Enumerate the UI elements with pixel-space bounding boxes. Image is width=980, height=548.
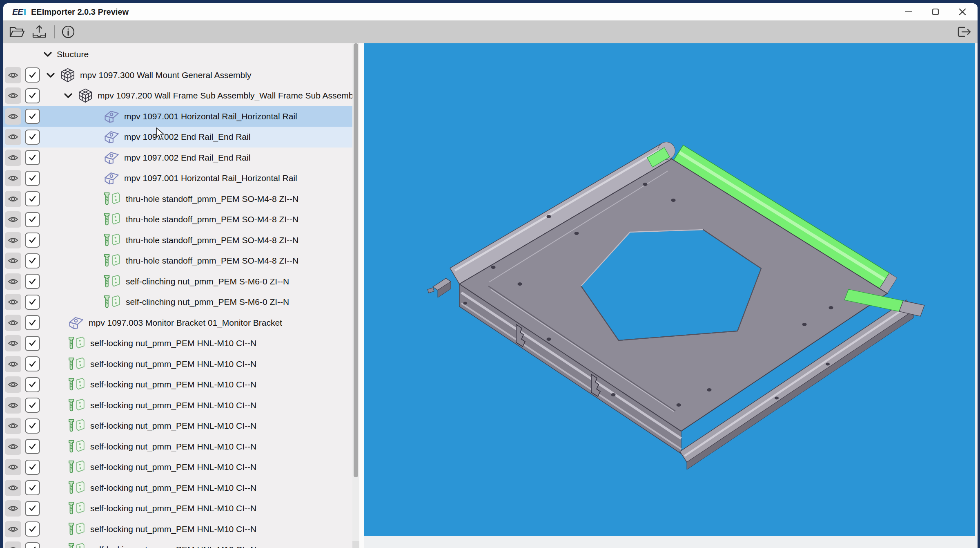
open-folder-button[interactable] — [9, 24, 25, 40]
tree-row[interactable]: mpv 1097.003 Monitor Bracket 01_Monitor … — [3, 313, 353, 333]
include-checkbox[interactable] — [25, 501, 40, 516]
visibility-eye-button[interactable] — [5, 253, 21, 269]
include-checkbox[interactable] — [25, 356, 40, 371]
tree-row[interactable]: self-clinching nut_pmm_PEM S-M6-0 ZI--N — [3, 292, 353, 313]
visibility-eye-button[interactable] — [5, 459, 21, 475]
minimize-button[interactable] — [895, 3, 922, 20]
tree-item-label[interactable]: self-locking nut_pmm_PEM HNL-M10 CI--N — [90, 442, 256, 452]
tree-item-label[interactable]: mpv 1097.001 Horizontal Rail_Horizontal … — [124, 173, 297, 183]
tree-item-label[interactable]: Stucture — [57, 49, 89, 59]
visibility-eye-button[interactable] — [5, 376, 21, 393]
tree-item-label[interactable]: mpv 1097.003 Monitor Bracket 01_Monitor … — [89, 318, 282, 328]
tree-row[interactable]: mpv 1097.002 End Rail_End Rail — [3, 148, 353, 168]
tree-row[interactable]: self-locking nut_pmm_PEM HNL-M10 CI--N — [3, 416, 353, 436]
tree-row[interactable]: self-locking nut_pmm_PEM HNL-M10 CI--N — [3, 395, 353, 416]
tree-row[interactable]: thru-hole standoff_pmm_PEM SO-M4-8 ZI--N — [3, 230, 353, 251]
visibility-eye-button[interactable] — [5, 108, 21, 125]
include-checkbox[interactable] — [25, 418, 40, 434]
tree-row[interactable]: self-locking nut_pmm_PEM HNL-M10 CI--N — [3, 498, 353, 519]
tree-item-label[interactable]: thru-hole standoff_pmm_PEM SO-M4-8 ZI--N — [126, 215, 298, 224]
tree-row[interactable]: mpv 1097.001 Horizontal Rail_Horizontal … — [3, 106, 353, 127]
tree-scrollbar-thumb[interactable] — [354, 43, 358, 477]
include-checkbox[interactable] — [25, 377, 40, 392]
tree-row[interactable]: self-locking nut_pmm_PEM HNL-M10 CI--N — [3, 519, 353, 540]
include-checkbox[interactable] — [25, 171, 40, 186]
visibility-eye-button[interactable] — [5, 335, 21, 351]
tree-item-label[interactable]: thru-hole standoff_pmm_PEM SO-M4-8 ZI--N — [126, 194, 298, 204]
tree-row[interactable]: self-locking nut_pmm_PEM HNL-M10 CI--N — [3, 478, 353, 499]
tree-item-label[interactable]: self-locking nut_pmm_PEM HNL-M10 CI--N — [90, 400, 256, 410]
visibility-eye-button[interactable] — [5, 480, 21, 496]
exit-button[interactable] — [955, 24, 972, 41]
include-checkbox[interactable] — [25, 212, 40, 227]
visibility-eye-button[interactable] — [5, 315, 21, 331]
tree-row[interactable]: self-locking nut_pmm_PEM HNL-M10 CI--N — [3, 457, 353, 478]
include-checkbox[interactable] — [25, 253, 40, 268]
expand-chevron[interactable] — [63, 92, 73, 100]
visibility-eye-button[interactable] — [5, 294, 21, 310]
visibility-eye-button[interactable] — [5, 438, 21, 455]
tree-row[interactable]: self-locking nut_pmm_PEM HNL-M10 CI--N — [3, 436, 353, 457]
tree-item-label[interactable]: self-locking nut_pmm_PEM HNL-M10 CI--N — [90, 421, 256, 431]
tree-row[interactable]: self-locking nut_pmm_PEM HNL-M10 CI--N — [3, 354, 353, 375]
include-checkbox[interactable] — [25, 130, 40, 145]
maximize-button[interactable] — [922, 3, 949, 20]
tree-item-label[interactable]: mpv 1097.002 End Rail_End Rail — [124, 132, 250, 142]
tree-row[interactable]: self-locking nut_pmm_PEM HNL-M10 CI--N — [3, 374, 353, 395]
tree-item-label[interactable]: thru-hole standoff_pmm_PEM SO-M4-8 ZI--N — [126, 235, 298, 245]
tree-item-label[interactable]: self-clinching nut_pmm_PEM S-M6-0 ZI--N — [126, 277, 289, 286]
export-model-button[interactable] — [31, 24, 47, 40]
include-checkbox[interactable] — [25, 88, 40, 103]
visibility-eye-button[interactable] — [5, 273, 21, 290]
tree-row[interactable]: mpv 1097.200 Wall Frame Sub Assembly_Wal… — [3, 85, 353, 106]
include-checkbox[interactable] — [25, 439, 40, 454]
tree-row[interactable]: self-locking nut_pmm_PEM HNL-M10 CI--N — [3, 539, 353, 548]
visibility-eye-button[interactable] — [5, 541, 21, 548]
tree-item-label[interactable]: self-locking nut_pmm_PEM HNL-M10 CI--N — [90, 380, 256, 389]
tree-row[interactable]: mpv 1097.300 Wall Mount General Assembly — [3, 65, 353, 86]
visibility-eye-button[interactable] — [5, 170, 21, 186]
tree-row[interactable]: self-locking nut_pmm_PEM HNL-M10 CI--N — [3, 333, 353, 354]
visibility-eye-button[interactable] — [5, 87, 21, 104]
visibility-eye-button[interactable] — [5, 232, 21, 248]
close-button[interactable] — [949, 3, 976, 20]
tree-item-label[interactable]: mpv 1097.300 Wall Mount General Assembly — [80, 70, 251, 80]
tree-item-label[interactable]: self-locking nut_pmm_PEM HNL-M10 CI--N — [90, 524, 256, 534]
include-checkbox[interactable] — [25, 150, 40, 165]
visibility-eye-button[interactable] — [5, 191, 21, 207]
tree-item-label[interactable]: mpv 1097.001 Horizontal Rail_Horizontal … — [124, 112, 297, 121]
include-checkbox[interactable] — [25, 233, 40, 248]
include-checkbox[interactable] — [25, 191, 40, 206]
tree-item-label[interactable]: self-locking nut_pmm_PEM HNL-M10 CI--N — [90, 462, 256, 472]
visibility-eye-button[interactable] — [5, 418, 21, 434]
tree-row[interactable]: thru-hole standoff_pmm_PEM SO-M4-8 ZI--N — [3, 189, 353, 210]
include-checkbox[interactable] — [25, 109, 40, 124]
include-checkbox[interactable] — [25, 315, 40, 330]
include-checkbox[interactable] — [25, 460, 40, 475]
tree-item-label[interactable]: mpv 1097.200 Wall Frame Sub Assembly_Wal… — [98, 91, 359, 101]
include-checkbox[interactable] — [25, 274, 40, 289]
tree-scrollbar[interactable] — [352, 43, 359, 548]
visibility-eye-button[interactable] — [5, 67, 21, 83]
expand-chevron[interactable] — [46, 71, 56, 79]
tree-row[interactable]: thru-hole standoff_pmm_PEM SO-M4-8 ZI--N — [3, 251, 353, 271]
tree-item-label[interactable]: self-clinching nut_pmm_PEM S-M6-0 ZI--N — [126, 297, 289, 307]
include-checkbox[interactable] — [25, 295, 40, 310]
visibility-eye-button[interactable] — [5, 150, 21, 166]
tree-item-label[interactable]: mpv 1097.002 End Rail_End Rail — [124, 153, 250, 163]
include-checkbox[interactable] — [25, 521, 40, 537]
tree-row[interactable]: mpv 1097.002 End Rail_End Rail — [3, 127, 353, 148]
include-checkbox[interactable] — [25, 480, 40, 495]
include-checkbox[interactable] — [25, 398, 40, 413]
tree-item-label[interactable]: self-locking nut_pmm_PEM HNL-M10 CI--N — [90, 338, 256, 348]
visibility-eye-button[interactable] — [5, 397, 21, 414]
visibility-eye-button[interactable] — [5, 521, 21, 537]
visibility-eye-button[interactable] — [5, 500, 21, 517]
tree-row[interactable]: self-clinching nut_pmm_PEM S-M6-0 ZI--N — [3, 271, 353, 292]
visibility-eye-button[interactable] — [5, 356, 21, 372]
expand-chevron[interactable] — [43, 50, 53, 58]
viewport-3d[interactable] — [364, 43, 975, 536]
tree-item-label[interactable]: thru-hole standoff_pmm_PEM SO-M4-8 ZI--N — [126, 256, 298, 266]
tree-item-label[interactable]: self-locking nut_pmm_PEM HNL-M10 CI--N — [90, 545, 256, 548]
include-checkbox[interactable] — [25, 67, 40, 83]
